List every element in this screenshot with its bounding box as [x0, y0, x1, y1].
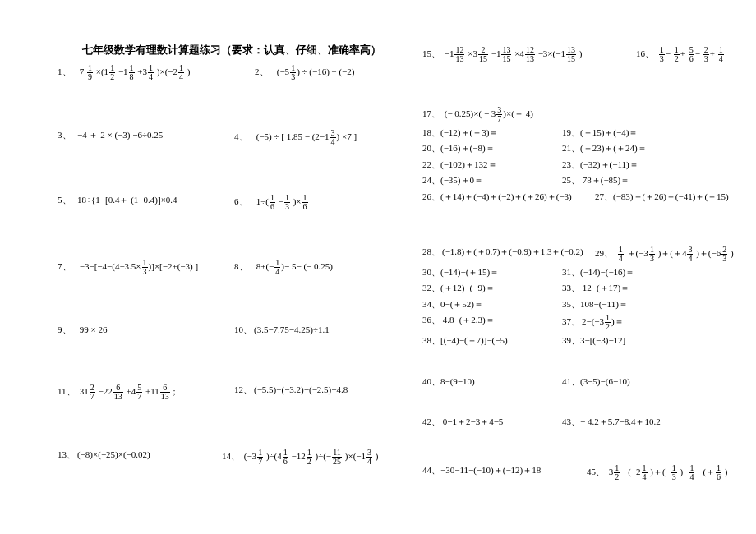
q20: 20、(−16)＋(−8)＝ — [422, 142, 562, 154]
q38: 38、[(−4)−(＋7)]−(−5) — [422, 334, 562, 347]
right-column: 15、 −11213 ×3215 −11315 ×41213 −3×(−1131… — [422, 46, 751, 481]
q34: 34、0−(＋52)＝ — [422, 298, 562, 311]
q35: 35、108−(−11)＝ — [562, 298, 628, 311]
q16: 16、 13− 12+ 56− 23+ 14 — [636, 46, 725, 63]
q26: 26、(＋14)＋(−4)＋(−2)＋(＋26)＋(−3) — [422, 191, 595, 203]
q13: 13、(−8)×(−25)×(−0.02) — [58, 449, 222, 461]
q29: 29、 14 ＋(−313 )＋(＋434 )＋(−623 ) — [595, 246, 734, 263]
q45: 45、 312 −(−214 )＋(−13 )−14 −(＋16 ) — [587, 464, 728, 481]
q44: 44、−30−11−(−10)＋(−12)＋18 — [422, 464, 587, 476]
q19: 19、(＋15)＋(−4)＝ — [562, 127, 638, 139]
q12: 12、(−5.5)+(−3.2)−(−2.5)−4.8 — [234, 384, 348, 396]
q6: 6、 1÷(16 −13 )×16 — [234, 194, 309, 211]
q36: 36、 4.8−(＋2.3)＝ — [422, 314, 562, 326]
q4: 4、 (−5) ÷ [ 1.85 − (2−134) ×7 ] — [234, 129, 357, 146]
q1: 1、 7 19 ×(112 −118 +314 )×(−214 ) — [58, 64, 255, 81]
q40: 40、8−(9−10) — [422, 375, 562, 388]
q28: 28、(−1.8)＋(＋0.7)＋(−0.9)＋1.3＋(−0.2) — [422, 246, 595, 258]
q41: 41、(3−5)−(6−10) — [562, 375, 630, 388]
q31: 31、(−14)−(−16)＝ — [562, 266, 634, 279]
q39: 39、3−[(−3)−12] — [562, 334, 625, 347]
q14: 14、 (−317 )÷(416 −1212 )÷(−1125 )×(−134 … — [222, 449, 378, 466]
q30: 30、(−14)−(＋15)＝ — [422, 266, 562, 279]
q21: 21、(＋23)＋(＋24)＝ — [562, 142, 647, 154]
q32: 32、(＋12)−(−9)＝ — [422, 282, 562, 294]
q10: 10、(3.5−7.75−4.25)÷1.1 — [234, 324, 330, 336]
q27: 27、(−83)＋(＋26)＋(−41)＋(＋15) — [595, 191, 729, 203]
q43: 43、− 4.2＋5.7−8.4＋10.2 — [562, 416, 661, 428]
q22: 22、(−102)＋132＝ — [422, 159, 562, 171]
q24: 24、(−35)＋0＝ — [422, 174, 562, 186]
q3: 3、−4 ＋ 2 × (−3) −6÷0.25 — [58, 129, 234, 141]
q25: 25、 78＋(−85)＝ — [562, 174, 629, 186]
q-num: 1、 — [58, 66, 77, 78]
q7: 7、 −3−[−4−(4−3.5×13)]×[−2+(−3) ] — [58, 259, 234, 276]
q23: 23、(−32)＋(−11)＝ — [562, 159, 638, 171]
q9: 9、 99 × 26 — [58, 324, 234, 336]
q18: 18、(−12)＋(＋3)＝ — [422, 127, 562, 139]
left-column: 1、 7 19 ×(112 −118 +314 )×(−214 ) 2、 (−5… — [58, 64, 411, 466]
expr: 7 — [80, 67, 85, 76]
q42: 42、 0−1＋2−3＋4−5 — [422, 416, 562, 428]
q2: 2、 (−513) ÷ (−16) ÷ (−2) — [255, 64, 354, 81]
q33: 33、 12−(＋17)＝ — [562, 282, 629, 294]
q37: 37、2−(−312)＝ — [562, 314, 624, 331]
q15: 15、 −11213 ×3215 −11315 ×41213 −3×(−1131… — [422, 46, 636, 63]
q8: 8、 8+(−14)− 5− (− 0.25) — [234, 259, 333, 276]
q5: 5、18÷{1−[0.4＋ (1−0.4)]×0.4 — [58, 194, 234, 206]
page-title: 七年级数学有理数计算题练习（要求：认真、仔细、准确率高） — [82, 43, 381, 58]
q17: 17、 (− 0.25)×( − 337)×(＋ 4) — [422, 106, 751, 123]
q11: 11、 3127 −22613 +457 +11613 ; — [58, 384, 234, 401]
